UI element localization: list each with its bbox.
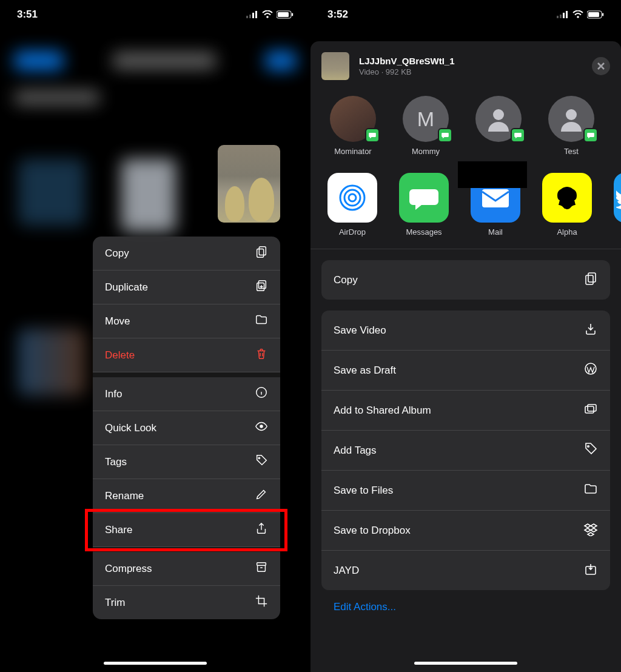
action-copy[interactable]: Copy [321, 260, 610, 300]
status-time: 3:52 [327, 8, 348, 21]
svg-rect-10 [258, 281, 266, 289]
signal-icon [246, 11, 258, 18]
menu-label: Info [105, 388, 122, 400]
menu-item-tags[interactable]: Tags [93, 445, 280, 479]
menu-label: Move [105, 315, 130, 328]
battery-icon [277, 10, 294, 19]
signal-icon [557, 11, 569, 18]
contacts-row: MominatorMMommyTest [310, 92, 621, 168]
action-save-as-draft[interactable]: Save as Draft [321, 351, 610, 391]
menu-label: Duplicate [105, 281, 148, 294]
app-name: Messages [406, 227, 441, 237]
contact-name: Test [564, 147, 579, 156]
contact-unnamed[interactable] [473, 96, 524, 156]
airdrop-icon [327, 173, 377, 223]
actions-group: Save VideoSave as DraftAdd to Shared Alb… [321, 311, 610, 590]
menu-item-duplicate[interactable]: Duplicate [93, 270, 280, 304]
menu-label: Tags [105, 456, 127, 468]
menu-item-move[interactable]: Move [93, 304, 280, 338]
svg-rect-9 [257, 249, 264, 257]
svg-rect-31 [586, 275, 593, 284]
action-label: Save as Draft [334, 365, 396, 377]
status-indicators [246, 10, 294, 19]
highlight-share [85, 509, 287, 551]
messages-badge-icon [583, 128, 598, 143]
edit-actions-link[interactable]: Edit Actions... [310, 590, 621, 613]
file-thumbnail [321, 52, 349, 80]
menu-label: Rename [105, 490, 144, 502]
right-phone: 3:52 LJJJbnV_QBreSWtI_1 Video · 992 KB M… [310, 0, 621, 672]
copy-icon [255, 245, 268, 261]
app-airdrop[interactable]: AirDrop [327, 173, 377, 237]
home-indicator[interactable] [414, 662, 517, 665]
svg-rect-29 [482, 189, 509, 207]
svg-rect-18 [563, 13, 565, 18]
svg-rect-2 [252, 13, 254, 18]
action-save-to-dropbox[interactable]: Save to Dropbox [321, 511, 610, 551]
video-thumbnail[interactable] [218, 145, 280, 223]
action-save-video[interactable]: Save Video [321, 311, 610, 351]
svg-rect-6 [278, 12, 289, 17]
action-add-to-shared-album[interactable]: Add to Shared Album [321, 391, 610, 431]
action-label: Add to Shared Album [334, 405, 431, 417]
menu-item-quick-look[interactable]: Quick Look [93, 411, 280, 445]
menu-item-trim[interactable]: Trim [93, 586, 280, 619]
menu-label: Delete [105, 349, 135, 361]
left-phone: 3:51 CopyDuplicateMoveDeleteInfoQuick Lo… [0, 0, 310, 672]
redacted-contact [458, 161, 527, 188]
svg-point-14 [258, 457, 260, 459]
menu-label: Trim [105, 597, 125, 609]
status-bar: 3:52 [310, 0, 621, 29]
menu-item-rename[interactable]: Rename [93, 479, 280, 513]
tag-icon [583, 442, 598, 459]
file-name: LJJJbnV_QBreSWtI_1 [359, 56, 592, 66]
battery-icon [587, 10, 604, 19]
svg-point-4 [266, 16, 269, 18]
menu-label: Quick Look [105, 422, 156, 434]
wifi-icon [572, 10, 583, 19]
trash-icon [255, 347, 268, 363]
menu-item-compress[interactable]: Compress [93, 547, 280, 586]
copy-action-group: Copy [321, 260, 610, 300]
menu-item-info[interactable]: Info [93, 372, 280, 411]
home-indicator[interactable] [104, 662, 207, 665]
messages-icon [399, 173, 449, 223]
app-messages[interactable]: Messages [399, 173, 449, 237]
action-jayd[interactable]: JAYD [321, 551, 610, 590]
action-label: Copy [334, 274, 358, 286]
eye-icon [255, 420, 268, 436]
tag-icon [255, 454, 268, 470]
action-add-tags[interactable]: Add Tags [321, 431, 610, 471]
contact-test[interactable]: Test [546, 96, 597, 156]
download-box-icon [583, 562, 598, 579]
svg-rect-23 [602, 13, 603, 16]
menu-item-copy[interactable]: Copy [93, 237, 280, 270]
svg-point-24 [493, 109, 504, 120]
menu-label: Compress [105, 563, 152, 575]
dropbox-icon [583, 522, 598, 539]
svg-rect-17 [560, 15, 562, 18]
messages-badge-icon [365, 128, 380, 143]
info-icon [255, 386, 268, 402]
context-menu: CopyDuplicateMoveDeleteInfoQuick LookTag… [93, 237, 280, 619]
pencil-icon [255, 488, 268, 504]
status-time: 3:51 [17, 8, 38, 21]
action-label: Save to Files [334, 485, 393, 497]
close-button[interactable] [592, 57, 610, 75]
action-label: JAYD [334, 565, 359, 577]
app-alpha[interactable]: Alpha [542, 173, 592, 237]
menu-item-delete[interactable]: Delete [93, 338, 280, 372]
svg-rect-34 [588, 405, 596, 411]
contact-mommy[interactable]: MMommy [400, 96, 451, 156]
status-bar: 3:51 [0, 0, 310, 29]
action-save-to-files[interactable]: Save to Files [321, 471, 610, 511]
contact-name: Mominator [334, 147, 371, 156]
file-meta: Video · 992 KB [359, 67, 592, 76]
action-label: Add Tags [334, 445, 377, 457]
svg-rect-22 [588, 12, 599, 17]
app-name: Mail [488, 227, 503, 237]
contact-mominator[interactable]: Mominator [327, 96, 378, 156]
svg-point-27 [344, 190, 360, 206]
status-indicators [557, 10, 604, 19]
app-twitter[interactable]: T [614, 173, 621, 237]
